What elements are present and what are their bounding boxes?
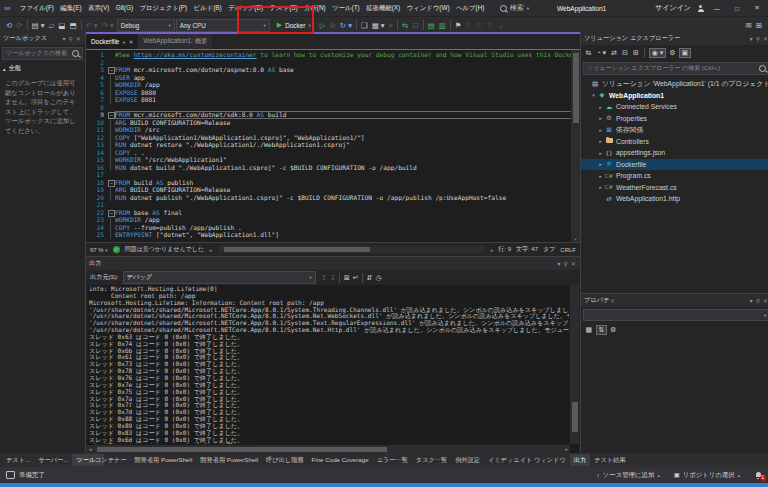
new-project-icon[interactable]: ▤ ▾ xyxy=(30,21,47,30)
code-line[interactable]: 23WORKDIR /app xyxy=(86,216,580,224)
tree-item[interactable]: ▸⊞依存関係 xyxy=(581,124,768,136)
close-icon[interactable]: ✕ xyxy=(569,261,577,267)
menu-item[interactable]: 分析(N) xyxy=(301,4,329,13)
scrollbar-thumb[interactable] xyxy=(224,247,370,252)
tree-item[interactable]: ⇄WebApplication1.http xyxy=(581,193,768,205)
add-to-source-control-button[interactable]: ↑ ソース管理に追加 ▴ xyxy=(597,471,660,480)
notifications-bell-icon[interactable]: 1 xyxy=(754,471,762,479)
tree-item[interactable]: ▸Controllers xyxy=(581,136,768,148)
quick-actions-icon[interactable]: ≡ xyxy=(387,21,395,30)
code-line[interactable]: 3FROM mcr.microsoft.com/dotnet/aspnet:8.… xyxy=(86,66,580,74)
expander-icon[interactable]: ▸ xyxy=(597,150,604,156)
code-line[interactable]: 13RUN dotnet restore "./WebApplication1/… xyxy=(86,141,580,149)
fold-collapse-icon[interactable] xyxy=(107,111,115,119)
nav-back-icon[interactable]: ⟲ xyxy=(4,21,14,30)
tree-item[interactable]: ▸C#Program.cs xyxy=(581,170,768,182)
tree-item[interactable]: ▸≋Dockerfile xyxy=(581,159,768,171)
code-line[interactable]: 15WORKDIR "/src/WebApplication1" xyxy=(86,156,580,164)
menu-item[interactable]: ビルド(B) xyxy=(190,4,225,13)
open-file-icon[interactable]: ▱ xyxy=(47,21,57,30)
word-wrap-icon[interactable]: ↵ xyxy=(351,274,360,282)
tree-item[interactable]: ▤ソリューション 'WebApplication1' (1/1 のプロジェクト) xyxy=(581,78,768,90)
code-line[interactable]: 8 xyxy=(86,104,580,112)
configuration-dropdown[interactable]: Debug ▾ xyxy=(117,19,175,32)
scroll-right-icon[interactable]: ▸ xyxy=(491,247,494,253)
editor-horizontal-scrollbar[interactable] xyxy=(219,246,484,253)
indent-mode-indicator[interactable]: タブ xyxy=(543,245,555,254)
close-icon[interactable]: ✕ xyxy=(74,36,82,42)
stop-icon[interactable]: ⊘ xyxy=(327,21,337,30)
code-line[interactable]: 7EXPOSE 8081 xyxy=(86,96,580,104)
dock-tab[interactable]: 出力 xyxy=(570,454,590,466)
close-tab-icon[interactable]: ✕ xyxy=(129,39,134,45)
properties-icon[interactable]: ⚙ xyxy=(668,49,677,57)
output-console[interactable]: info: Microsoft.Hosting.Lifetime[0] Cont… xyxy=(89,286,569,444)
navigate-all-icon[interactable]: ▥ xyxy=(437,21,448,30)
preview-selected-icon[interactable]: ◉ ▾ xyxy=(649,48,666,58)
send-feedback-icon[interactable]: ✉ xyxy=(743,21,753,30)
undo-icon[interactable]: ↶ ▾ xyxy=(84,21,100,30)
pin-icon[interactable]: ⚲ xyxy=(754,298,761,304)
scroll-right-icon[interactable]: ▸ xyxy=(565,445,568,453)
autoscroll-icon[interactable]: ⇵ xyxy=(365,274,374,282)
toolbar-overflow-icon[interactable]: ⌄ xyxy=(496,21,506,30)
code-line[interactable]: 14COPY . . xyxy=(86,149,580,157)
code-line[interactable]: 19ARG BUILD_CONFIGURATION=Release xyxy=(86,186,580,194)
dock-tab[interactable]: テスト... xyxy=(2,454,34,466)
dock-tab[interactable]: イミディエイト ウィンドウ xyxy=(484,454,570,466)
expander-icon[interactable]: ▸ xyxy=(597,173,604,179)
document-tab-overview[interactable]: WebApplication1: 概要 xyxy=(138,34,212,49)
properties-object-dropdown[interactable]: ▾ xyxy=(583,309,768,321)
select-repository-button[interactable]: ▣ リポジトリの選択 ▴ xyxy=(674,471,740,480)
search-box[interactable]: 検索 ▾ xyxy=(500,3,529,13)
sign-in-link[interactable]: サインイン xyxy=(655,3,691,13)
platform-dropdown[interactable]: Any CPU ▾ xyxy=(176,19,270,32)
fold-collapse-icon[interactable] xyxy=(107,66,115,74)
redo-icon[interactable]: ↷ ▾ xyxy=(100,21,116,30)
scroll-left-icon[interactable]: ◂ xyxy=(89,445,92,453)
window-layout-icon[interactable]: ▦ ▾ xyxy=(370,21,387,30)
output-horizontal-scrollbar[interactable]: ◂ ▸ xyxy=(87,445,570,453)
expander-icon[interactable]: ▸ xyxy=(597,127,604,133)
maximize-button[interactable]: □ xyxy=(730,5,744,12)
profiler-icon[interactable]: ⊡ xyxy=(410,21,420,30)
next-message-icon[interactable]: ↧ xyxy=(328,274,337,282)
menu-item[interactable]: ファイル(F) xyxy=(16,4,57,13)
code-line[interactable]: 21 xyxy=(86,201,580,209)
tree-item[interactable]: ▸C#WeatherForecast.cs xyxy=(581,182,768,194)
dock-tab[interactable]: コンテナー xyxy=(91,454,131,466)
pin-icon[interactable]: ⚲ xyxy=(754,36,761,42)
attach-process-icon[interactable]: ⇆ xyxy=(400,21,410,30)
dock-tab[interactable]: 開発者用 PowerShell xyxy=(131,454,197,466)
nav-forward-icon[interactable]: ⟳ xyxy=(14,21,24,30)
dock-tab[interactable]: 開発者用 PowerShell xyxy=(196,454,262,466)
menu-item[interactable]: プロジェクト(P) xyxy=(136,4,190,13)
code-line[interactable]: 11WORKDIR /src xyxy=(86,126,580,134)
code-line[interactable]: 1#See https://aka.ms/customizecontainer … xyxy=(86,51,580,59)
tree-item[interactable]: ▾◆WebApplication1 xyxy=(581,90,768,102)
folder-view-icon[interactable]: ▣ xyxy=(679,48,691,58)
expander-icon[interactable]: ▸ xyxy=(597,161,604,167)
code-line[interactable]: 5WORKDIR /app xyxy=(86,81,580,89)
property-pages-icon[interactable]: ⚙ xyxy=(609,326,618,334)
code-line[interactable]: 20RUN dotnet publish "./WebApplication1.… xyxy=(86,194,580,202)
categorized-icon[interactable]: ▦ xyxy=(584,326,594,334)
save-icon[interactable]: ⬓ xyxy=(56,21,67,30)
close-icon[interactable]: ✕ xyxy=(762,298,768,304)
output-vertical-scrollbar[interactable] xyxy=(570,285,579,444)
hot-reload-icon[interactable]: ↻ ▾ xyxy=(338,21,354,30)
scrollbar-thumb[interactable] xyxy=(572,402,578,432)
pin-icon[interactable]: ⚲ xyxy=(562,261,569,267)
solution-explorer-search-input[interactable]: ソリューション エクスプローラー の検索 (Ctrl+;) xyxy=(583,62,768,75)
user-account-icon[interactable] xyxy=(697,5,704,12)
navigate-symbol-icon[interactable]: ▤ xyxy=(426,21,437,30)
document-tab-dockerfile[interactable]: Dockerfile+✕ xyxy=(86,34,138,49)
close-icon[interactable]: ✕ xyxy=(762,36,768,42)
code-line[interactable]: 12COPY ["WebApplication1/WebApplication1… xyxy=(86,134,580,142)
code-line[interactable]: 9FROM mcr.microsoft.com/dotnet/sdk:8.0 A… xyxy=(86,111,580,119)
start-debugging-docker-button[interactable]: ▶ Docker ▾ xyxy=(272,19,316,31)
code-line[interactable]: 2 xyxy=(86,59,580,67)
scrollbar-thumb[interactable] xyxy=(97,447,387,452)
eol-indicator[interactable]: CRLF xyxy=(560,247,576,253)
pending-changes-filter-icon[interactable]: ◔ ▾ xyxy=(595,49,608,57)
